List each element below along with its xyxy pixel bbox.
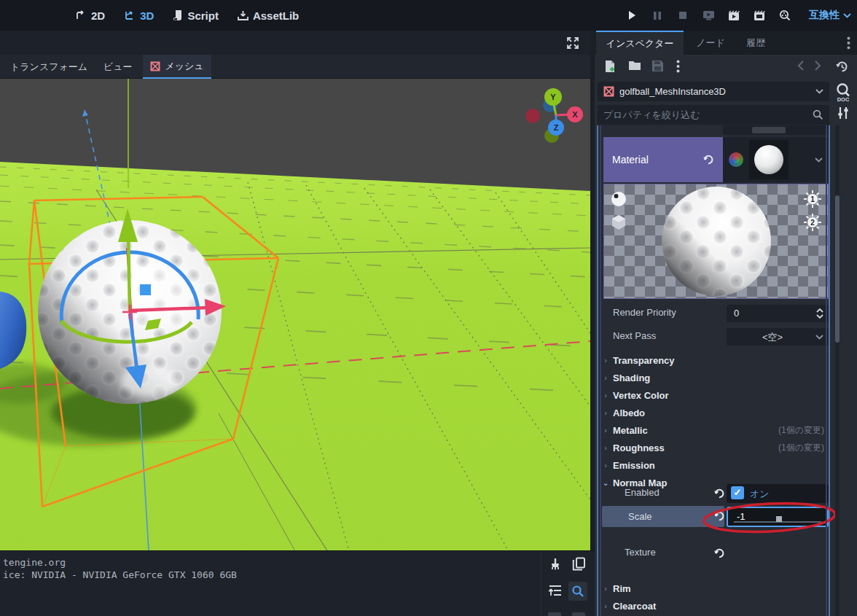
svg-text:2: 2 [810, 219, 815, 227]
property-tools-icon[interactable] [836, 106, 855, 125]
material-thumbnail [749, 140, 788, 179]
preview-sphere-toggle[interactable] [610, 190, 627, 208]
material-preview: 1 2 [603, 184, 829, 299]
tab-assetlib[interactable]: AssetLib [238, 9, 299, 22]
render-priority-label: Render Priority [613, 307, 676, 318]
standard-material-icon [729, 152, 743, 167]
pause-button[interactable] [649, 7, 665, 23]
history-forward-icon[interactable] [814, 60, 828, 74]
scale-label: Scale [628, 511, 652, 522]
tab-script[interactable]: Script [173, 9, 219, 22]
new-resource-icon[interactable] [603, 60, 617, 74]
material-value[interactable] [723, 137, 829, 182]
gizmo-plane-xy[interactable] [140, 284, 151, 295]
revert-icon[interactable] [713, 510, 725, 522]
play-button[interactable] [624, 7, 640, 23]
clear-output-icon[interactable] [548, 557, 564, 573]
tab-3d[interactable]: 3D [124, 9, 154, 22]
inspector-scroll-area[interactable]: Material [595, 125, 857, 616]
console-output[interactable]: tengine.org ice: NVIDIA - NVIDIA GeForce… [0, 551, 541, 616]
normal-map-scale-row[interactable]: Scale [602, 506, 724, 527]
tab-2d-label: 2D [91, 9, 105, 22]
expand-viewport-icon[interactable] [566, 36, 580, 50]
scale-slider-handle[interactable] [776, 516, 782, 522]
svg-text:Y: Y [550, 93, 556, 101]
enabled-checkbox[interactable]: ✓ [731, 486, 744, 499]
collapse-output-icon[interactable] [548, 583, 564, 599]
scale-input[interactable]: -1 [727, 507, 829, 527]
section-metallic[interactable]: ›Metallic(1個の変更) [598, 421, 831, 439]
mode-switch: 2D 3D Script AssetLib [76, 0, 299, 31]
main-toolbar: 2D 3D Script AssetLib 互 [0, 0, 857, 31]
render-priority-input[interactable]: 0 [727, 305, 829, 322]
section-albedo[interactable]: ›Albedo [598, 404, 831, 421]
material-property-label[interactable]: Material [603, 137, 723, 182]
section-emission[interactable]: ›Emission [598, 456, 831, 474]
enabled-value: ✓ オン [727, 484, 829, 503]
axis-neg-x[interactable] [525, 109, 540, 123]
play-remote-button[interactable] [700, 7, 716, 23]
section-shading[interactable]: ›Shading [598, 369, 831, 386]
section-roughness[interactable]: ›Roughness(1個の変更) [598, 439, 831, 456]
inspector-panel: golfball_MeshInstance3D DOC プロパティを絞り込む M… [595, 55, 857, 616]
section-rim[interactable]: ›Rim [598, 580, 831, 597]
enabled-on-label: オン [750, 488, 770, 501]
menu-view[interactable]: ビュー [103, 55, 133, 79]
3d-viewport[interactable]: Y X Z [0, 79, 590, 550]
filter-placeholder: プロパティを絞り込む [603, 109, 813, 122]
open-docs-icon[interactable]: DOC [834, 82, 853, 101]
menu-transform[interactable]: トランスフォーム [10, 55, 87, 79]
revert-icon[interactable] [713, 547, 725, 559]
tab-2d[interactable]: 2D [76, 9, 105, 22]
chevron-down-icon [815, 335, 823, 340]
history-back-icon[interactable] [797, 60, 811, 74]
renderer-dropdown[interactable]: 互換性 [809, 0, 851, 31]
movie-maker-button[interactable] [777, 7, 793, 23]
node-selector[interactable]: golfball_MeshInstance3D [598, 82, 829, 101]
menu-mesh-label: メッシュ [165, 60, 203, 73]
preview-light1-toggle[interactable]: 1 [803, 190, 822, 208]
search-icon [571, 585, 584, 598]
play-custom-scene-button[interactable] [751, 7, 767, 23]
material-preview-ball [661, 186, 772, 297]
viewport-menubar: トランスフォーム ビュー メッシュ [0, 55, 590, 79]
mesh-instance-icon [603, 86, 614, 97]
viewport-header-strip [0, 31, 590, 55]
spinner-icon[interactable] [816, 308, 823, 319]
3d-scene: Y X Z [0, 79, 590, 550]
texture-label: Texture [625, 547, 656, 558]
next-pass-dropdown[interactable]: <空> [727, 328, 829, 346]
revert-icon[interactable] [713, 488, 725, 499]
inspector-tabbar: インスペクター ノード 履歴 [595, 31, 857, 55]
3d-icon [124, 10, 136, 21]
revert-icon[interactable] [703, 154, 714, 165]
copy-output-icon[interactable] [572, 557, 588, 573]
console-line: ice: NVIDIA - NVIDIA GeForce GTX 1060 6G… [3, 569, 541, 581]
menu-mesh[interactable]: メッシュ [143, 55, 211, 79]
play-scene-button[interactable] [726, 7, 742, 23]
svg-text:X: X [572, 110, 578, 119]
edit-history-icon[interactable] [835, 60, 849, 74]
changes-badge: (1個の変更) [778, 424, 824, 437]
tab-history[interactable]: 履歴 [737, 31, 774, 55]
section-vertex-color[interactable]: ›Vertex Color [598, 386, 831, 404]
scale-slider-track[interactable] [734, 521, 821, 523]
tabbar-menu-icon[interactable] [847, 36, 850, 52]
save-resource-icon[interactable] [651, 60, 665, 74]
resource-menu-icon[interactable] [676, 60, 690, 74]
section-transparency[interactable]: ›Transparency [598, 351, 831, 369]
search-output-button[interactable] [568, 582, 587, 601]
section-clearcoat[interactable]: ›Clearcoat [598, 597, 831, 615]
preview-box-toggle[interactable] [610, 214, 627, 231]
property-filter-input[interactable]: プロパティを絞り込む [598, 105, 829, 125]
preview-light2-toggle[interactable]: 2 [803, 213, 822, 232]
2d-icon [76, 10, 87, 21]
mesh-icon [150, 61, 160, 71]
stop-button[interactable] [675, 7, 691, 23]
node-name: golfball_MeshInstance3D [619, 86, 810, 97]
inspector-scrollbar-handle[interactable] [835, 195, 840, 343]
tab-inspector[interactable]: インスペクター [596, 31, 684, 55]
clipped-property-row [723, 125, 829, 135]
tab-node[interactable]: ノード [688, 31, 733, 55]
load-resource-icon[interactable] [628, 60, 642, 74]
